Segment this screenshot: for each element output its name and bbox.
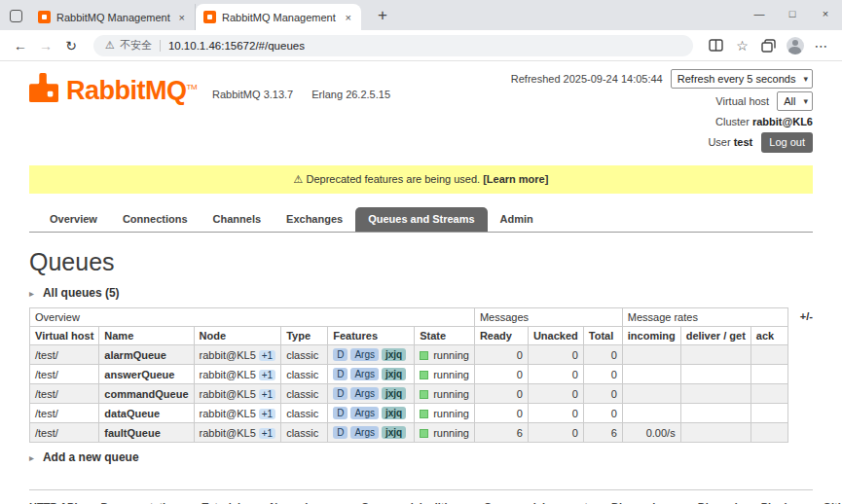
cell-unacked: 0 (528, 345, 583, 365)
cell-incoming (622, 345, 680, 365)
cell-incoming: 0.00/s (622, 423, 680, 443)
profile-avatar[interactable] (782, 34, 808, 57)
cell-ack (750, 345, 787, 365)
brand-title: RabbitMQTM (66, 73, 197, 105)
cell-vhost: /test/ (30, 384, 99, 404)
tab-exchanges[interactable]: Exchanges (274, 207, 355, 232)
queue-name-link[interactable]: commandQueue (99, 384, 194, 404)
cell-node: rabbit@KL5+1 (194, 404, 281, 423)
logout-button[interactable]: Log out (761, 132, 813, 153)
col-type[interactable]: Type (281, 327, 328, 345)
tab-title: RabbitMQ Management (56, 12, 171, 23)
cell-state: running (415, 404, 475, 423)
tab-actions-icon[interactable] (10, 10, 22, 22)
col-ack[interactable]: ack (750, 327, 787, 345)
columns-toggle[interactable]: +/- (800, 307, 813, 322)
tab-overview[interactable]: Overview (37, 207, 110, 232)
tab-queues-and-streams[interactable]: Queues and Streams (355, 207, 487, 232)
durable-badge: D (333, 348, 348, 361)
col-incoming[interactable]: incoming (622, 327, 680, 345)
col-total[interactable]: Total (583, 327, 622, 345)
running-state-icon (420, 351, 428, 360)
browser-tab-1[interactable]: RabbitMQ Management × (30, 4, 196, 30)
queues-table-area: Overview Messages Message rates Virtual … (29, 307, 813, 443)
rabbitmq-logo-icon (29, 73, 58, 106)
browser-tab-strip: RabbitMQ Management × RabbitMQ Managemen… (0, 0, 842, 30)
cell-vhost: /test/ (30, 345, 99, 365)
cell-unacked: 0 (528, 365, 583, 384)
user-name: test (734, 136, 753, 148)
col-deliver-get[interactable]: deliver / get (680, 327, 750, 345)
chevron-right-icon: ▸ (29, 288, 34, 299)
col-ready[interactable]: Ready (474, 327, 528, 345)
tab-close-icon[interactable]: × (177, 12, 187, 23)
virtual-host-select[interactable]: All ▾ (777, 91, 813, 111)
cell-node: rabbit@KL5+1 (194, 345, 281, 365)
tab-connections[interactable]: Connections (110, 207, 201, 232)
col-node[interactable]: Node (194, 327, 281, 345)
browser-navbar: ← → ↻ ⚠ 不安全 10.10.1.46:15672/#/queues ☆ … (0, 30, 842, 61)
browser-tab-2-active[interactable]: RabbitMQ Management × (196, 4, 361, 30)
tab-admin[interactable]: Admin (488, 207, 546, 232)
cell-total: 0 (583, 404, 622, 423)
product-version: RabbitMQ 3.13.7 (212, 89, 293, 100)
durable-badge: D (333, 407, 348, 419)
group-overview: Overview (30, 308, 475, 327)
page-title: Queues (29, 248, 813, 276)
cell-node: rabbit@KL5+1 (194, 423, 281, 443)
queues-table: Overview Messages Message rates Virtual … (29, 307, 788, 443)
close-button[interactable]: × (809, 0, 842, 30)
cell-total: 6 (583, 423, 622, 443)
rabbitmq-page: RabbitMQTM RabbitMQ 3.13.7 Erlang 26.2.5… (0, 61, 842, 504)
settings-ellipsis-icon[interactable]: ⋯ (808, 34, 834, 57)
cell-total: 0 (583, 345, 622, 365)
queue-name-link[interactable]: dataQueue (99, 404, 194, 423)
cell-state: running (415, 384, 475, 404)
cell-deliver-get (680, 423, 750, 443)
queue-name-link[interactable]: answerQueue (99, 365, 194, 384)
table-group-header-row: Overview Messages Message rates (30, 308, 788, 327)
queue-name-link[interactable]: faultQueue (99, 423, 194, 443)
favorites-star-icon[interactable]: ☆ (729, 34, 755, 57)
new-tab-button[interactable]: + (371, 6, 394, 25)
cell-ack (750, 384, 787, 404)
args-badge: Args (350, 426, 379, 439)
refresh-interval-select[interactable]: Refresh every 5 seconds ▾ (671, 69, 813, 89)
refresh-icon[interactable]: ↻ (58, 38, 84, 54)
col-virtual-host[interactable]: Virtual host (30, 327, 99, 345)
forward-icon: → (33, 38, 58, 54)
all-queues-toggle[interactable]: ▸ All queues (5) (29, 286, 813, 300)
split-screen-icon[interactable] (703, 34, 729, 57)
refreshed-label: Refreshed 2025-09-24 14:05:44 (511, 73, 663, 85)
cluster-name: rabbit@KL6 (752, 116, 813, 127)
rabbitmq-favicon-icon (38, 11, 51, 23)
cell-unacked: 0 (528, 384, 583, 404)
warning-icon: ⚠ (294, 173, 304, 185)
queue-name-link[interactable]: alarmQueue (99, 345, 194, 365)
cell-ready: 0 (474, 404, 528, 423)
col-name[interactable]: Name (99, 327, 194, 345)
logo-block: RabbitMQTM RabbitMQ 3.13.7 Erlang 26.2.5… (29, 69, 406, 106)
minimize-button[interactable]: — (743, 0, 776, 30)
trademark: TM (187, 83, 198, 91)
back-icon[interactable]: ← (8, 38, 33, 54)
tab-close-icon[interactable]: × (344, 12, 353, 23)
learn-more-link[interactable]: [Learn more] (483, 173, 548, 185)
cell-type: classic (281, 345, 328, 365)
tab-channels[interactable]: Channels (201, 207, 275, 232)
col-unacked[interactable]: Unacked (528, 327, 583, 345)
cluster-label: Cluster (715, 116, 750, 127)
col-features[interactable]: Features (328, 327, 415, 345)
node-extra-badge: +1 (259, 389, 275, 400)
version-info: RabbitMQ 3.13.7 Erlang 26.2.5.15 (212, 73, 406, 100)
cell-ready: 6 (474, 423, 528, 443)
cell-type: classic (281, 365, 328, 384)
add-new-queue-toggle[interactable]: ▸ Add a new queue (29, 450, 813, 464)
col-state[interactable]: State (415, 327, 475, 345)
chevron-right-icon: ▸ (29, 452, 34, 463)
address-bar[interactable]: ⚠ 不安全 10.10.1.46:15672/#/queues (93, 35, 693, 56)
node-extra-badge: +1 (259, 370, 275, 380)
collections-icon[interactable] (755, 34, 782, 57)
maximize-button[interactable]: □ (776, 0, 809, 30)
table-row: /test/ answerQueue rabbit@KL5+1 classic … (30, 365, 788, 384)
